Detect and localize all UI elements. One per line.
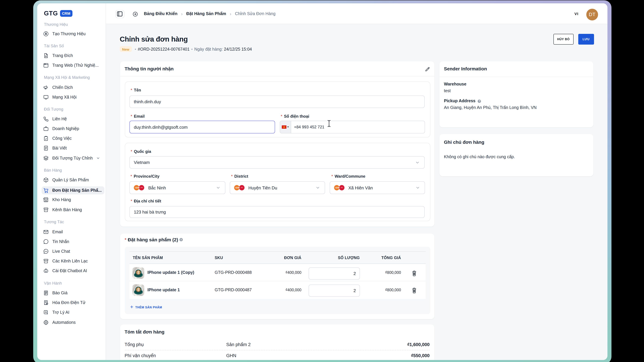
- svg-text:AI: AI: [45, 311, 47, 313]
